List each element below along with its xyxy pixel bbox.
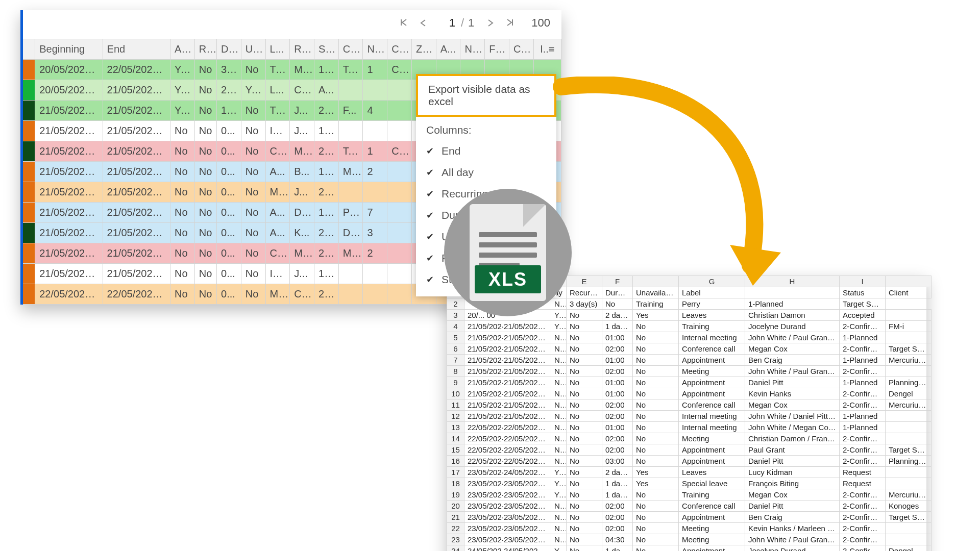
excel-row[interactable]: 2123/05/202·23/05/2024 12:00NoNo02:00NoA… (447, 512, 932, 523)
cell: C... (265, 141, 290, 162)
excel-row[interactable]: 1422/05/202·22/05/2024 12:00NoNo02:00NoM… (447, 433, 932, 444)
column-header[interactable]: Ci... (387, 39, 412, 60)
column-header[interactable]: D... (217, 39, 241, 60)
excel-cell: 1-Planned (840, 411, 886, 422)
excel-row[interactable]: 2323/05/202·23/05/2024 18:00NoNo04:30NoM… (447, 534, 932, 545)
cell: M... (290, 141, 314, 162)
excel-row[interactable]: 1522/05/202·22/05/2024 15:00NoNo02:00NoA… (447, 444, 932, 456)
cell: A... (314, 80, 339, 101)
column-header[interactable]: L... (265, 39, 290, 60)
export-excel-menuitem[interactable]: Export visible data as excel (416, 74, 556, 117)
column-header[interactable]: Zi... (411, 39, 436, 60)
excel-row[interactable]: 1823/05/202·23/05/2024 18:00YesNo1 day(s… (447, 478, 932, 489)
excel-cell: No (567, 355, 602, 366)
pager-prev-icon[interactable] (418, 16, 428, 30)
excel-column-letter[interactable] (886, 276, 932, 287)
excel-cell: Meeting (679, 534, 745, 545)
excel-row[interactable]: 621/05/202·21/05/2024 12:00NoNo02:00NoCo… (447, 343, 932, 355)
excel-cell: 2 day(s) (602, 467, 633, 478)
column-header[interactable]: St... (314, 39, 339, 60)
column-header[interactable]: U... (241, 39, 265, 60)
column-header[interactable]: Al... (170, 39, 194, 60)
excel-row-number: 23 (447, 534, 464, 545)
cell (363, 182, 387, 203)
check-icon: ✔ (426, 231, 435, 242)
excel-cell: No (633, 388, 679, 399)
excel-row[interactable]: 1622/05/202·22/05/2024 17:00NoNo03:00NoA… (447, 456, 932, 467)
cell: M... (265, 182, 290, 203)
excel-cell: Leaves (679, 467, 745, 478)
excel-cell: 2-Confirmed (840, 444, 886, 456)
excel-cell: Internal meeting (679, 332, 745, 343)
excel-cell: Conference call (679, 500, 745, 512)
excel-row[interactable]: 821/05/202·21/05/2024 11:30NoNo02:00NoMe… (447, 366, 932, 377)
column-menu-header[interactable]: I..≡ (533, 39, 561, 60)
excel-row[interactable]: 1121/05/202·21/05/2024 16:00NoNo02:00NoC… (447, 399, 932, 411)
excel-header-cell (745, 287, 840, 298)
pager-current-page[interactable]: 1 (439, 16, 457, 30)
pager-pagesize[interactable]: 100 (531, 16, 550, 30)
column-header[interactable]: R... (290, 39, 314, 60)
excel-row[interactable]: 1021/05/202·21/05/2024 13:00NoNo01:00NoA… (447, 388, 932, 399)
cell: 21/05/2024 ... (35, 182, 103, 203)
column-header[interactable]: End (103, 39, 170, 60)
excel-cell: 1 day(s) (602, 545, 633, 552)
column-toggle-item[interactable]: ✔End (416, 140, 556, 162)
excel-cell: Yes (551, 310, 567, 321)
excel-column-letter[interactable]: I (840, 276, 886, 287)
excel-row[interactable]: 1723/05/202·24/05/2024 18:00YesNo2 day(s… (447, 467, 932, 478)
excel-row[interactable]: 2023/05/202·23/05/2024 11:00NoNo02:00NoC… (447, 500, 932, 512)
column-toggle-item[interactable]: ✔All day (416, 162, 556, 183)
excel-column-letter[interactable] (633, 276, 679, 287)
excel-column-letter[interactable]: F (602, 276, 633, 287)
cell: In... (265, 121, 290, 141)
excel-column-letter[interactable]: E (567, 276, 602, 287)
column-header[interactable]: A... (436, 39, 460, 60)
excel-column-letter[interactable]: G (679, 276, 745, 287)
excel-row[interactable]: 1923/05/202·23/05/2024 18:00YesNo1 day(s… (447, 489, 932, 500)
pager-last-icon[interactable] (504, 16, 516, 30)
cell (387, 203, 412, 223)
excel-cell: 2-Confirmed (840, 545, 886, 552)
cell: 1 (363, 141, 387, 162)
cell: 21/05/2024 ... (35, 162, 103, 182)
column-header[interactable]: R... (194, 39, 216, 60)
excel-row[interactable]: 2424/05/202·24/05/2024 18:00YesNo1 day(s… (447, 545, 932, 552)
excel-row[interactable]: 2223/05/202·23/05/2024 13:00NoNo02:00NoM… (447, 523, 932, 534)
column-header[interactable]: N... (460, 39, 485, 60)
excel-cell: Meeting (679, 366, 745, 377)
excel-row[interactable]: 721/05/202·21/05/2024 11:00NoNo01:00NoAp… (447, 355, 932, 366)
column-header[interactable]: N... (363, 39, 387, 60)
excel-row[interactable]: 421/05/202·21/05/2024 18:00YesNo1 day(s)… (447, 321, 932, 332)
cell: Yes (170, 80, 194, 101)
excel-cell: Request (840, 478, 886, 489)
pager-next-icon[interactable] (485, 16, 496, 30)
excel-cell: 2-Confirmed (840, 534, 886, 545)
excel-cell: FM-i (886, 321, 932, 332)
excel-row[interactable]: 1322/05/202·22/05/2024 10:00NoNo01:00NoI… (447, 422, 932, 433)
excel-cell: PlanningPME (886, 377, 932, 388)
pager-first-icon[interactable] (398, 16, 410, 30)
cell: J... (290, 182, 314, 203)
excel-cell: No (567, 512, 602, 523)
excel-cell: 1-Planned (840, 422, 886, 433)
excel-cell: No (633, 444, 679, 456)
excel-row[interactable]: 1221/05/202·21/05/2024 16:00NoNo02:00NoI… (447, 411, 932, 422)
excel-cell: 24/05/202·24/05/2024 18:00 (464, 545, 551, 552)
cell: D... (338, 223, 363, 243)
column-header[interactable]: Cl... (338, 39, 363, 60)
cell: Tr... (265, 101, 290, 121)
excel-column-letter[interactable]: H (745, 276, 840, 287)
cell (387, 243, 412, 264)
excel-cell: 02:00 (602, 444, 633, 456)
excel-row[interactable]: 921/05/202·21/05/2024 12:00NoNo01:00NoAp… (447, 377, 932, 388)
excel-cell: No (551, 422, 567, 433)
cell: 21/05/2024 ... (103, 121, 170, 141)
column-header[interactable]: Fi... (485, 39, 509, 60)
column-header[interactable]: C... (509, 39, 533, 60)
excel-cell: 02:00 (602, 433, 633, 444)
excel-row[interactable]: 521/05/202·21/05/2024 10:00NoNo01:00NoIn… (447, 332, 932, 343)
column-header[interactable]: Beginning (35, 39, 103, 60)
column-header[interactable] (21, 39, 35, 60)
excel-cell (886, 411, 932, 422)
